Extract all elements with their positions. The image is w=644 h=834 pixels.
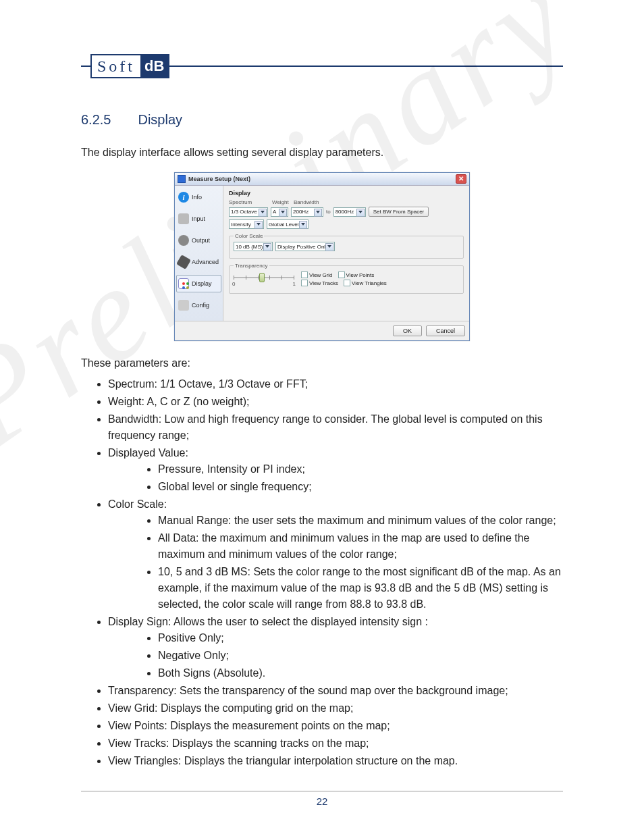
global-level-dropdown[interactable]: Global Level [267,219,308,229]
spectrum-label: Spectrum [229,199,269,205]
sidebar-item-label: Info [192,194,202,201]
chevron-down-icon [265,245,269,248]
dialog-main-panel: Display Spectrum Weight Bandwidth 1/3 Oc… [223,186,469,321]
intro-text: The display interface allows setting sev… [81,147,563,159]
chevron-down-icon [261,211,265,213]
list-item: Color Scale:Manual Range: the user sets … [108,496,563,613]
close-button[interactable]: ✕ [456,174,466,184]
slider-min: 0 [232,281,235,287]
sidebar-item-advanced[interactable]: Advanced [176,253,221,271]
slider-thumb-icon [259,273,265,282]
sidebar-item-input[interactable]: Input [176,210,221,228]
list-item: Global level or single frequency; [158,479,563,495]
dialog-titlebar: Measure Setup (Next) ✕ [175,173,469,186]
display-sign-dropdown[interactable]: Display Positive Only [275,242,335,251]
list-item: Display Sign: Allows the user to select … [108,614,563,681]
sidebar-item-label: Config [192,302,209,309]
list-item: Weight: A, C or Z (no weight); [108,394,563,410]
bandwidth-label: Bandwidth [294,199,319,205]
section-title: Display [138,112,182,127]
list-item: View Tracks: Displays the scanning track… [108,735,563,752]
parameter-list: Spectrum: 1/1 Octave, 1/3 Octave or FFT;… [108,376,563,769]
ok-button[interactable]: OK [393,325,422,336]
panel-heading: Display [229,190,464,197]
list-item: 10, 5 and 3 dB MS: Sets the color range … [158,564,563,613]
bw-low-dropdown[interactable]: 200Hz [291,207,323,217]
color-scale-label: Color Scale [234,233,264,239]
page-number: 22 [317,796,328,807]
list-item: Spectrum: 1/1 Octave, 1/3 Octave or FFT; [108,376,563,392]
color-scale-dropdown[interactable]: 10 dB (MS) [234,242,273,251]
transparency-label: Transparency [234,263,269,269]
list-item: Transparency: Sets the transparency of t… [108,683,563,699]
transparency-fieldset: Transparency 0 1 View Gr [229,263,464,294]
dialog-footer: OK Cancel [175,321,469,340]
config-icon [178,300,189,311]
weight-label: Weight [272,199,291,205]
weight-dropdown[interactable]: A [271,207,288,217]
list-item: View Grid: Displays the computing grid o… [108,700,563,716]
list-item: All Data: the maximum and minimum values… [158,530,563,563]
sidebar-item-info[interactable]: i Info [176,188,221,206]
bw-high-dropdown[interactable]: 8000Hz [333,207,366,217]
display-icon [178,278,189,289]
list-item: Pressure, Intensity or PI index; [158,461,563,477]
set-bw-button[interactable]: Set BW From Spacer [369,207,429,217]
section-number: 6.2.5 [81,112,111,127]
list-item: View Points: Displays the measurement po… [108,718,563,734]
brand-logo: Soft dB [81,54,563,78]
view-triangles-checkbox[interactable]: View Triangles [344,280,387,286]
bw-to-label: to [326,209,331,215]
view-grid-checkbox[interactable]: View Grid [301,271,333,278]
sidebar-item-label: Input [192,215,205,222]
list-item: Negative Only; [158,648,563,664]
sidebar-item-config[interactable]: Config [176,296,221,314]
sidebar-item-label: Display [192,280,212,287]
chevron-down-icon [327,245,331,248]
slider-max: 1 [293,281,296,287]
output-icon [178,235,189,246]
page-footer: 22 [81,791,563,807]
params-intro: These parameters are: [81,357,563,369]
color-scale-fieldset: Color Scale 10 dB (MS) Display Positive … [229,233,464,259]
section-heading: 6.2.5Display [81,112,563,128]
intensity-dropdown[interactable]: Intensity [229,219,264,229]
spectrum-dropdown[interactable]: 1/3 Octave [229,207,268,217]
chevron-down-icon [316,211,320,213]
list-item: View Triangles: Displays the triangular … [108,753,563,769]
view-points-checkbox[interactable]: View Points [338,271,375,278]
chevron-down-icon [257,223,261,226]
measure-setup-dialog: Measure Setup (Next) ✕ i Info Input [174,172,470,341]
logo-left: Soft [92,55,140,77]
chevron-down-icon [301,223,305,226]
view-tracks-checkbox[interactable]: View Tracks [301,280,338,286]
list-item: Manual Range: the user sets the maximum … [158,513,563,529]
list-item: Both Signs (Absolute). [158,665,563,681]
input-icon [178,213,189,224]
dialog-sidebar: i Info Input Output Advanced [175,186,223,321]
close-icon: ✕ [458,176,464,182]
app-icon [178,175,186,183]
list-item: Bandwidth: Low and high frequency range … [108,411,563,444]
advanced-icon [176,255,191,269]
sidebar-item-display[interactable]: Display [176,275,221,292]
dialog-title: Measure Setup (Next) [188,176,250,182]
list-item: Positive Only; [158,630,563,646]
transparency-slider[interactable]: 0 1 [234,271,294,286]
chevron-down-icon [358,211,363,213]
chevron-down-icon [281,211,285,213]
cancel-button[interactable]: Cancel [426,325,465,336]
list-item: Displayed Value:Pressure, Intensity or P… [108,445,563,495]
logo-right: dB [140,55,168,77]
sidebar-item-output[interactable]: Output [176,232,221,249]
info-icon: i [178,192,189,203]
sidebar-item-label: Output [192,237,210,244]
sidebar-item-label: Advanced [192,259,219,265]
